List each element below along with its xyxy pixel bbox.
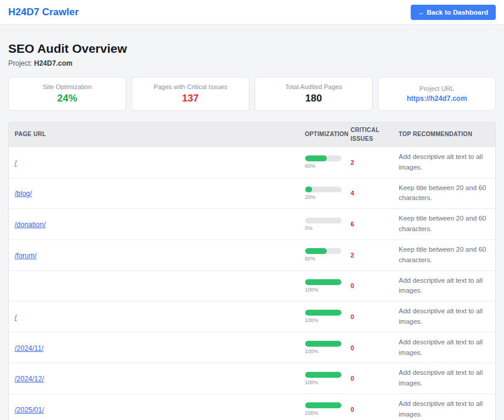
optimization-bar-fill xyxy=(305,155,327,161)
critical-issues-count: 0 xyxy=(345,332,393,363)
optimization-percent: 20% xyxy=(305,194,339,200)
project-url-link[interactable]: https://h24d7.com xyxy=(407,94,467,103)
optimization-bar xyxy=(305,155,341,161)
stat-card-critical-issues: Pages with Critical Issues 137 xyxy=(131,77,249,111)
page-url-link[interactable]: /blog/ xyxy=(15,189,32,198)
optimization-bar-fill xyxy=(305,248,327,254)
optimization-percent: 100% xyxy=(305,410,339,416)
project-line: Project: H24D7.com xyxy=(8,59,496,67)
table-row: /donation/ 0% 6 Keep title between 20 an… xyxy=(9,209,496,240)
top-recommendation: Add descriptive alt text to all images. xyxy=(393,363,496,394)
top-recommendation: Keep title between 20 and 60 characters. xyxy=(393,239,496,270)
table-row: /2025/01/ 100% 0 Add descriptive alt tex… xyxy=(9,394,496,420)
stat-label: Project URL xyxy=(420,85,454,92)
optimization-bar xyxy=(305,279,341,285)
column-header-page-url: PAGE URL xyxy=(9,123,299,147)
table-row: / 100% 0 Add descriptive alt text to all… xyxy=(9,302,496,333)
optimization-percent: 100% xyxy=(305,380,339,385)
stat-label: Site Optimization xyxy=(43,83,92,90)
audit-table: PAGE URL OPTIMIZATION CRITICAL ISSUES TO… xyxy=(8,122,496,420)
project-name: H24D7.com xyxy=(34,59,72,67)
top-recommendation: Add descriptive alt text to all images. xyxy=(393,147,496,178)
critical-issues-count: 0 xyxy=(345,302,393,333)
top-recommendation: Keep title between 20 and 60 characters. xyxy=(393,178,496,209)
page-url-link[interactable]: /2024/12/ xyxy=(15,375,44,383)
optimization-bar-fill xyxy=(305,187,312,192)
optimization-percent: 60% xyxy=(305,163,339,169)
table-row: /forum/ 60% 2 Keep title between 20 and … xyxy=(9,239,496,270)
top-recommendation: Add descriptive alt text to all images. xyxy=(393,302,496,333)
top-recommendation: Add descriptive alt text to all images. xyxy=(393,332,496,363)
optimization-bar xyxy=(305,218,341,223)
top-recommendation: Add descriptive alt text to all images. xyxy=(393,394,496,420)
stat-value: 137 xyxy=(182,93,198,104)
critical-issues-count: 0 xyxy=(345,394,393,420)
optimization-bar-fill xyxy=(305,402,341,408)
optimization-percent: 100% xyxy=(305,348,339,354)
optimization-bar-fill xyxy=(305,372,341,378)
main-content: SEO Audit Overview Project: H24D7.com Si… xyxy=(0,42,504,420)
optimization-bar xyxy=(305,187,341,192)
page-url-link[interactable]: /forum/ xyxy=(15,252,36,260)
optimization-bar xyxy=(305,248,341,254)
stat-cards: Site Optimization 24% Pages with Critica… xyxy=(8,77,496,111)
table-row: /2024/12/ 100% 0 Add descriptive alt tex… xyxy=(9,363,496,394)
critical-issues-count: 0 xyxy=(345,363,393,394)
column-header-critical-issues: CRITICAL ISSUES xyxy=(345,123,393,147)
optimization-bar xyxy=(305,372,341,378)
optimization-bar xyxy=(305,310,341,316)
optimization-percent: 100% xyxy=(305,317,339,323)
top-header-bar: H24D7 Crawler ← Back to Dashboard xyxy=(0,0,504,25)
critical-issues-count: 4 xyxy=(345,178,393,209)
critical-issues-count: 2 xyxy=(345,147,393,178)
optimization-percent: 0% xyxy=(305,225,339,231)
page-url-link[interactable]: /donation/ xyxy=(15,221,46,229)
audit-table-header: PAGE URL OPTIMIZATION CRITICAL ISSUES TO… xyxy=(9,123,496,147)
column-header-optimization: OPTIMIZATION xyxy=(299,123,345,147)
audit-table-body: / 60% 2 Add descriptive alt text to all … xyxy=(9,147,496,420)
stat-label: Pages with Critical Issues xyxy=(154,83,227,90)
stat-card-project-url: Project URL https://h24d7.com xyxy=(378,77,496,111)
page-url-link[interactable]: / xyxy=(15,313,16,321)
optimization-bar xyxy=(305,402,341,408)
table-row: /blog/ 20% 4 Keep title between 20 and 6… xyxy=(9,178,496,209)
page-title: SEO Audit Overview xyxy=(8,42,496,56)
critical-issues-count: 6 xyxy=(345,209,393,240)
stat-value: 180 xyxy=(305,93,322,104)
table-row: /2024/11/ 100% 0 Add descriptive alt tex… xyxy=(9,332,496,363)
page-url-link[interactable]: /2024/11/ xyxy=(15,344,43,353)
back-to-dashboard-button[interactable]: ← Back to Dashboard xyxy=(411,5,496,20)
critical-issues-count: 2 xyxy=(345,239,393,270)
top-recommendation: Keep title between 20 and 60 characters. xyxy=(393,209,496,240)
project-label: Project: xyxy=(8,59,32,67)
column-header-top-recommendation: TOP RECOMMENDATION xyxy=(393,123,496,147)
table-row: 100% 0 Add descriptive alt text to all i… xyxy=(9,270,496,302)
top-recommendation: Add descriptive alt text to all images. xyxy=(393,270,496,302)
stat-card-site-optimization: Site Optimization 24% xyxy=(8,77,126,111)
optimization-bar-fill xyxy=(305,310,341,316)
optimization-bar-fill xyxy=(305,341,341,347)
optimization-percent: 60% xyxy=(305,256,339,262)
optimization-bar-fill xyxy=(305,279,341,285)
stat-value: 24% xyxy=(57,93,77,104)
stat-card-total-pages: Total Audited Pages 180 xyxy=(255,77,373,111)
stat-label: Total Audited Pages xyxy=(285,83,342,90)
optimization-bar xyxy=(305,341,341,347)
optimization-percent: 100% xyxy=(305,287,339,293)
critical-issues-count: 0 xyxy=(345,270,393,302)
table-row: / 60% 2 Add descriptive alt text to all … xyxy=(9,147,496,178)
page-url-link[interactable]: / xyxy=(15,159,16,167)
page-url-link[interactable]: /2025/01/ xyxy=(15,406,44,414)
app-title: H24D7 Crawler xyxy=(8,6,79,18)
